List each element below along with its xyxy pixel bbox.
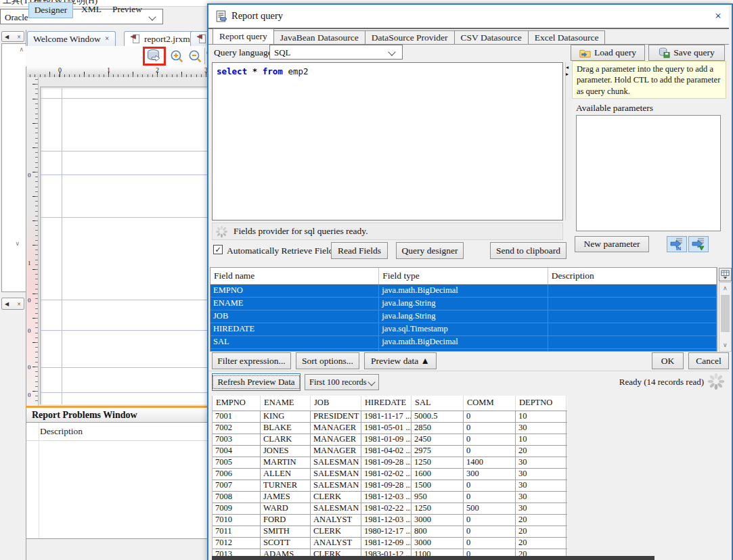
table-row[interactable]: 7011 SMITH CLERK 1980-12-17 ... 800 0 20 (213, 526, 567, 538)
field-type-cell[interactable]: java.lang.String (379, 298, 548, 310)
add-parameter-chunk-button[interactable] (688, 236, 709, 252)
collapse-icon[interactable]: ◀ (5, 301, 9, 307)
dialog-titlebar[interactable]: Report query × (208, 5, 729, 28)
close-icon[interactable]: × (17, 33, 21, 41)
table-row[interactable]: 7002 BLAKE MANAGER 1981-05-01 ... 2850 0… (213, 423, 567, 434)
auto-retrieve-checkbox[interactable]: ✓ (213, 245, 223, 254)
column-header[interactable]: SAL (412, 396, 464, 411)
scroll-down-icon[interactable]: ∨ (15, 241, 20, 247)
column-header[interactable]: Field type (379, 268, 548, 284)
field-name-cell[interactable]: ENAME (210, 298, 379, 310)
panel-splitter[interactable]: ◂ ▸ (565, 62, 571, 220)
collapse-icon[interactable]: ◀ (5, 34, 9, 40)
column-header[interactable]: ENAME (261, 396, 311, 411)
new-parameter-button[interactable]: New parameter (575, 236, 649, 252)
preview-data-button[interactable]: Preview data ▲ (364, 352, 437, 369)
load-query-button[interactable]: Load query (571, 45, 645, 61)
scroll-down-icon[interactable]: ∨ (723, 342, 728, 348)
field-row[interactable]: SAL java.math.BigDecimal (210, 336, 717, 349)
filter-expression-button[interactable]: Filter expression... (212, 352, 291, 369)
field-name-cell[interactable]: COMM (210, 349, 379, 352)
scroll-up-icon[interactable]: ∧ (19, 47, 24, 53)
refresh-preview-button[interactable]: Refresh Preview Data (212, 373, 301, 391)
field-name-cell[interactable]: JOB (210, 310, 379, 323)
add-parameter-in-button[interactable]: IN (667, 236, 687, 252)
palette-pane-header[interactable]: ◀ × (1, 31, 24, 42)
field-name-cell[interactable]: HIREDATE (210, 323, 379, 335)
close-icon[interactable]: × (709, 7, 727, 25)
field-description-cell[interactable] (548, 336, 717, 348)
tab-welcome-window[interactable]: Welcome Window × (27, 31, 116, 46)
zoom-in-button[interactable] (169, 49, 185, 64)
problems-window-title[interactable]: Report Problems Window (26, 408, 208, 423)
dialog-tab[interactable]: DataSource Provider (365, 30, 455, 45)
table-row[interactable]: 7005 MARTIN SALESMAN 1981-09-28 ... 1250… (213, 457, 567, 469)
dialog-tab[interactable]: Excel Datasource (529, 30, 606, 45)
close-icon[interactable]: × (17, 300, 21, 308)
cancel-button[interactable]: Cancel (688, 352, 729, 369)
field-type-cell[interactable]: java.math.BigDecimal (379, 349, 548, 352)
close-icon[interactable]: × (105, 34, 110, 44)
collapse-right-icon[interactable]: ▸ (566, 72, 569, 77)
dialog-tab[interactable]: JavaBean Datasource (274, 30, 365, 45)
field-type-cell[interactable]: java.math.BigDecimal (379, 336, 548, 348)
column-header[interactable]: JOB (311, 396, 361, 411)
field-description-cell[interactable] (548, 310, 717, 323)
sort-options-button[interactable]: Sort options... (296, 352, 359, 369)
scrollbar-thumb[interactable] (721, 295, 730, 332)
field-row[interactable]: ENAME java.lang.String (210, 298, 717, 310)
mode-preview[interactable]: Preview (108, 2, 146, 17)
send-to-clipboard-button[interactable]: Send to clipboard (490, 242, 567, 259)
table-row[interactable]: 7010 FORD ANALYST 1981-12-03 ... 3000 0 … (213, 515, 567, 526)
table-row[interactable]: 7007 TURNER SALESMAN 1981-09-28 ... 1500… (213, 480, 567, 492)
table-row[interactable]: 7008 JAMES CLERK 1981-12-03 ... 950 0 30 (213, 492, 567, 503)
field-type-cell[interactable]: java.sql.Timestamp (379, 323, 548, 335)
design-canvas[interactable] (39, 77, 208, 409)
query-designer-button[interactable]: Query designer (396, 242, 464, 259)
field-description-cell[interactable] (548, 323, 717, 335)
field-description-cell[interactable] (548, 285, 717, 297)
column-header[interactable]: HIREDATE (361, 396, 412, 411)
column-header[interactable]: Description (548, 268, 717, 284)
field-type-cell[interactable]: java.lang.String (379, 310, 548, 323)
dialog-tab[interactable]: Report query (213, 28, 274, 45)
field-name-cell[interactable]: EMPNO (210, 285, 379, 297)
fields-scrollbar[interactable]: ∧ ∨ (719, 282, 732, 352)
table-row[interactable]: 7004 JONES MANAGER 1981-04-02 ... 2975 0… (213, 446, 567, 457)
field-name-cell[interactable]: SAL (210, 336, 379, 348)
field-row[interactable]: EMPNO java.math.BigDecimal (210, 285, 717, 298)
column-header[interactable]: EMPNO (213, 396, 261, 411)
column-header[interactable]: DEPTNO (516, 396, 567, 411)
save-query-button[interactable]: Save query (648, 45, 725, 61)
records-filter-combo[interactable]: First 100 records (305, 374, 379, 390)
table-row[interactable]: 7006 ALLEN SALESMAN 1981-02-02 ... 1600 … (213, 469, 567, 480)
report-page[interactable] (40, 87, 208, 404)
horizontal-scrollbar[interactable] (212, 556, 654, 560)
table-row[interactable]: 7012 SCOTT ANALYST 1981-12-09 ... 3000 0… (213, 538, 567, 549)
query-language-combo[interactable]: SQL (269, 45, 403, 60)
read-fields-button[interactable]: Read Fields (331, 242, 388, 259)
scroll-up-icon[interactable]: ∧ (723, 285, 728, 291)
field-row[interactable]: COMM java.math.BigDecimal (210, 349, 717, 352)
mode-designer[interactable]: Designer (28, 2, 73, 18)
field-row[interactable]: JOB java.lang.String (210, 310, 717, 323)
table-options-button[interactable] (719, 268, 732, 281)
mode-xml[interactable]: XML (76, 2, 107, 17)
field-description-cell[interactable] (548, 349, 717, 352)
field-row[interactable]: HIREDATE java.sql.Timestamp (210, 323, 717, 336)
collapse-left-icon[interactable]: ◂ (566, 65, 569, 70)
field-type-cell[interactable]: java.math.BigDecimal (379, 285, 548, 297)
secondary-pane-header[interactable]: ◀ × (1, 298, 24, 310)
table-row[interactable]: 7003 CLARK MANAGER 1981-01-09 ... 2450 0… (213, 434, 567, 446)
table-row[interactable]: 7009 WARD SALESMAN 1981-02-22 ... 1250 5… (213, 503, 567, 515)
table-row[interactable]: 7001 KING PRESIDENT 1981-11-17 ... 5000.… (213, 411, 567, 423)
problems-column-header[interactable]: Description (40, 426, 83, 437)
ok-button[interactable]: OK (652, 352, 684, 369)
column-header[interactable]: Field name (210, 268, 379, 284)
available-parameters-list[interactable] (576, 115, 721, 231)
dataset-query-icon[interactable] (147, 49, 162, 64)
zoom-out-button[interactable] (187, 49, 203, 64)
field-description-cell[interactable] (548, 298, 717, 310)
sql-query-editor[interactable]: select * from emp2 (212, 62, 563, 220)
dialog-tab[interactable]: CSV Datasource (455, 30, 529, 45)
